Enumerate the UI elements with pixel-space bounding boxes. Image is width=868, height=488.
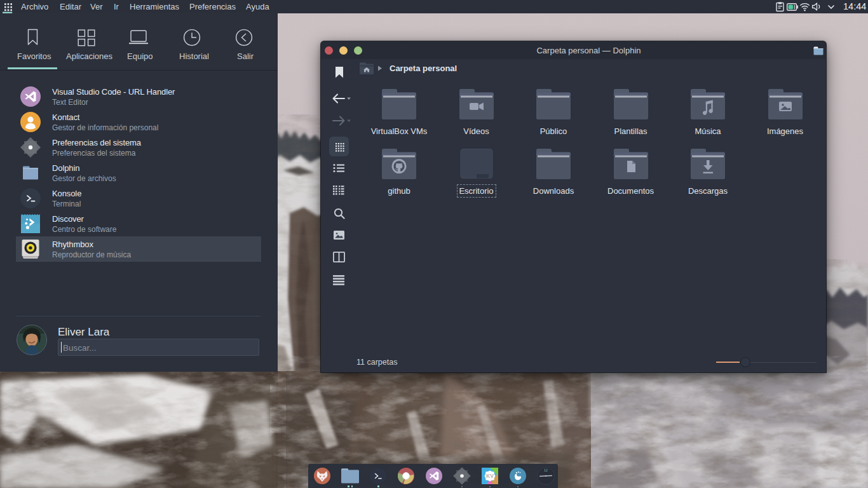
svg-text:KV: KV [486,473,494,479]
svg-text:12: 12 [544,468,548,472]
